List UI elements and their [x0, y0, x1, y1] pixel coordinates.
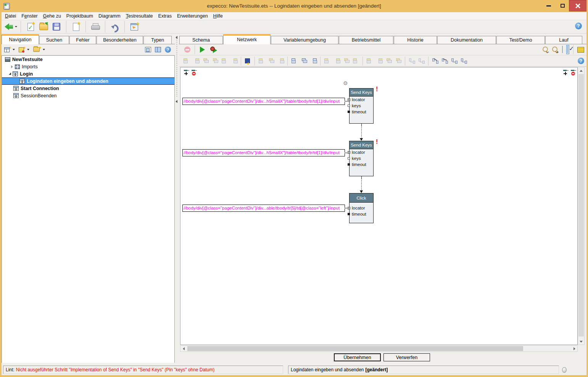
- tab-historie[interactable]: Historie: [394, 36, 437, 44]
- align-right-button[interactable]: [193, 58, 199, 64]
- export-down-button[interactable]: [353, 58, 359, 64]
- move-into-button[interactable]: [258, 58, 265, 64]
- line-bezier-button[interactable]: [441, 58, 448, 64]
- tree-row-logindaten[interactable]: Logindaten eingeben und absenden: [2, 77, 174, 85]
- auto-layout-button[interactable]: [245, 58, 251, 64]
- gear-icon[interactable]: ⚙: [343, 80, 348, 86]
- menu-erweiterungen[interactable]: Erweiterungen: [174, 13, 211, 19]
- browse-window-button[interactable]: ★: [128, 21, 141, 32]
- add-node-button[interactable]: [301, 58, 307, 64]
- add-output-button[interactable]: [310, 58, 317, 64]
- titlebar[interactable]: expecco: NewTestsuite.ets -- Logindaten …: [0, 0, 588, 12]
- tab-navigation[interactable]: Navigation: [2, 34, 39, 44]
- remove-step-button[interactable]: [182, 44, 193, 55]
- expand-arrow-icon[interactable]: [11, 65, 13, 68]
- tab-variablenumgebung[interactable]: Variablenumgebung: [271, 36, 338, 44]
- tab-netzwerk[interactable]: Netzwerk: [223, 34, 271, 44]
- tab-test-demo[interactable]: Test/Demo: [496, 36, 545, 44]
- minimize-button[interactable]: [541, 0, 556, 11]
- new-block-menu[interactable]: ★: [3, 47, 16, 53]
- pin-move-icon[interactable]: [563, 69, 569, 76]
- pin-timeout[interactable]: timeout: [350, 211, 373, 223]
- tree-row-imports[interactable]: Imports: [2, 63, 174, 70]
- split-view-button[interactable]: [155, 47, 161, 52]
- notes-button[interactable]: [577, 47, 584, 53]
- hscroll-thumb[interactable]: [187, 346, 523, 351]
- back-button[interactable]: [5, 21, 18, 32]
- menu-diagramm[interactable]: Diagramm: [96, 13, 123, 19]
- discard-button[interactable]: Verwerfen: [383, 353, 430, 361]
- tab-fehler[interactable]: Fehler: [69, 36, 96, 44]
- grid-toggle-button[interactable]: [561, 45, 564, 54]
- collapse-arrow-icon[interactable]: [9, 72, 11, 75]
- xpath-field-3[interactable]: //body/div[@class="pageContentDiv"]/div.…: [182, 205, 345, 212]
- tab-dokumentation[interactable]: Dokumentation: [437, 36, 496, 44]
- stretch-v-button[interactable]: [385, 58, 392, 64]
- line-rounded-button[interactable]: [451, 58, 458, 64]
- menu-fenster[interactable]: Fenster: [19, 13, 40, 19]
- print-button[interactable]: [89, 21, 102, 32]
- xpath-field-1[interactable]: //body/div[@class="pageContentDiv"]/div.…: [182, 98, 345, 105]
- splitter-collapse-icon[interactable]: [176, 36, 177, 39]
- maximize-button[interactable]: [556, 0, 569, 11]
- tree-row-root[interactable]: NewTestsuite: [2, 56, 174, 63]
- menu-datei[interactable]: Datei: [2, 13, 19, 19]
- help-button[interactable]: ?: [575, 23, 582, 29]
- node-click[interactable]: Click locator timeout: [349, 193, 374, 223]
- new-folder-menu[interactable]: ★: [32, 47, 46, 53]
- pin-keys[interactable]: keys: [350, 155, 373, 161]
- flash-down-button[interactable]: [343, 58, 350, 64]
- pin-locator[interactable]: locator: [350, 97, 373, 103]
- vscroll-thumb[interactable]: [578, 74, 584, 337]
- reconnect-button[interactable]: [418, 58, 425, 64]
- snap-toggle-button[interactable]: [566, 45, 569, 54]
- scroll-up-button[interactable]: [578, 68, 584, 74]
- new-document-button[interactable]: ★: [69, 21, 82, 32]
- align-left-button[interactable]: [183, 58, 190, 64]
- pin-square-icon[interactable]: [348, 213, 350, 215]
- pin-square-icon[interactable]: [348, 111, 350, 113]
- tab-betriebsmittel[interactable]: Betriebsmittel: [339, 36, 393, 44]
- canvas-vscrollbar[interactable]: [578, 67, 585, 345]
- tab-suchen[interactable]: Suchen: [39, 36, 69, 44]
- menu-gehe-zu[interactable]: Gehe zu: [40, 13, 64, 19]
- delete-down-button[interactable]: [333, 58, 340, 64]
- canvas-hscrollbar[interactable]: [180, 345, 578, 352]
- new-item-menu[interactable]: ★: [18, 47, 31, 53]
- gear-down-button[interactable]: [324, 58, 330, 64]
- disconnect-button[interactable]: [409, 58, 415, 64]
- chevron-down-icon[interactable]: [15, 26, 17, 27]
- align-bottom-button[interactable]: [212, 58, 218, 64]
- pin-square-icon[interactable]: [348, 157, 350, 160]
- menu-hilfe[interactable]: Hilfe: [211, 13, 226, 19]
- pin-timeout[interactable]: timeout: [350, 109, 373, 123]
- move-down-button[interactable]: [268, 58, 274, 64]
- xpath-field-2[interactable]: //body/div[@class="pageContentDiv"]/div.…: [182, 149, 345, 156]
- check-document-button[interactable]: ★: [24, 21, 37, 32]
- pin-square-icon[interactable]: [348, 163, 350, 166]
- help-icon[interactable]: ?: [165, 47, 171, 53]
- pin-square-icon[interactable]: [348, 105, 350, 107]
- center-h-button[interactable]: [221, 58, 228, 64]
- pin-keys[interactable]: keys: [350, 103, 373, 109]
- tree-row-start-connection[interactable]: Start Connection: [2, 85, 174, 92]
- move-out-button[interactable]: [277, 58, 284, 64]
- apply-button[interactable]: Übernehmen: [334, 353, 381, 361]
- pin-locator[interactable]: locator: [350, 149, 373, 155]
- align-top-button[interactable]: [202, 58, 209, 64]
- panel-splitter[interactable]: [175, 34, 179, 363]
- scroll-left-button[interactable]: [180, 346, 187, 351]
- stretch-h-button[interactable]: [395, 58, 401, 64]
- menu-projektbaum[interactable]: Projektbaum: [64, 13, 96, 19]
- line-straight-button[interactable]: [432, 58, 438, 64]
- tab-schema[interactable]: Schema: [179, 36, 223, 44]
- node-add-button[interactable]: [366, 58, 373, 64]
- diagram-canvas[interactable]: ⚙ Send Keys locator keys timeout ! //bod…: [180, 67, 578, 345]
- help-button[interactable]: ?: [578, 58, 584, 64]
- menu-extras[interactable]: Extras: [156, 13, 174, 19]
- node-send-keys-1[interactable]: Send Keys locator keys timeout: [349, 88, 374, 124]
- edge-node1-node2[interactable]: [361, 123, 362, 141]
- node-remove-button[interactable]: [376, 58, 382, 64]
- tree-row-sessionbeenden[interactable]: SessionBeenden: [2, 92, 174, 99]
- tab-typen[interactable]: Typen: [143, 36, 172, 44]
